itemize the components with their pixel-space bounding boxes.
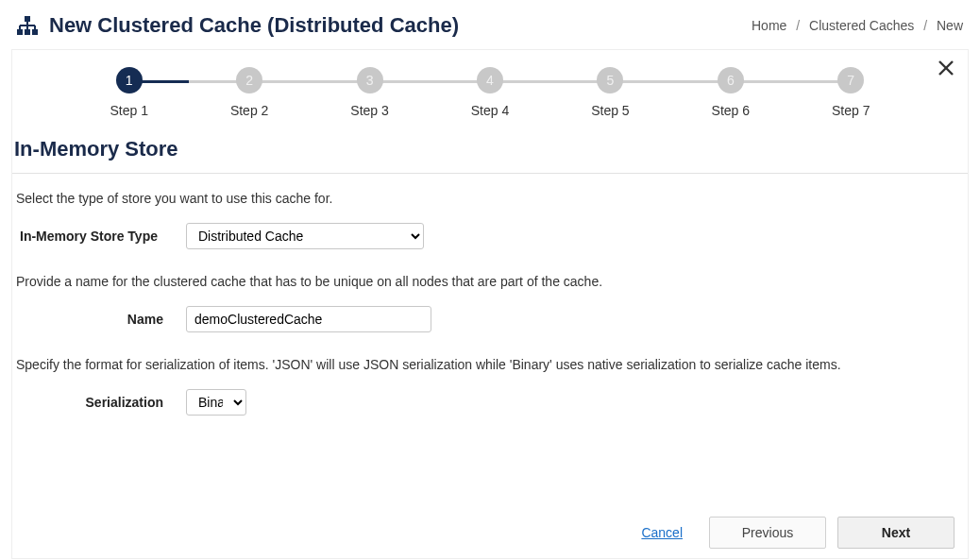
breadcrumb-separator: / — [923, 18, 927, 33]
name-label: Name — [16, 312, 186, 327]
breadcrumb-current: New — [937, 18, 963, 33]
step-7-label: Step 7 — [832, 103, 870, 118]
breadcrumb-caches[interactable]: Clustered Caches — [809, 18, 914, 33]
help-serialization: Specify the format for serialization of … — [12, 357, 968, 389]
store-type-select[interactable]: Distributed Cache — [186, 223, 424, 249]
step-5-circle[interactable]: 5 — [597, 67, 623, 93]
serialization-select[interactable]: Binary — [186, 389, 246, 416]
step-connector — [370, 80, 490, 83]
wizard-body: 1 Step 1 2 Step 2 3 Step 3 4 Step 4 — [11, 49, 969, 559]
step-2-circle[interactable]: 2 — [236, 67, 262, 93]
step-1-label: Step 1 — [110, 103, 147, 118]
store-type-label: In-Memory Store Type — [16, 229, 186, 244]
breadcrumb-home[interactable]: Home — [752, 18, 786, 33]
stepper: 1 Step 1 2 Step 2 3 Step 3 4 Step 4 — [12, 58, 968, 118]
step-3-circle[interactable]: 3 — [357, 67, 383, 93]
step-6-circle[interactable]: 6 — [718, 67, 744, 93]
step-2-label: Step 2 — [230, 103, 268, 118]
step-4-circle[interactable]: 4 — [477, 67, 503, 93]
serialization-label: Serialization — [16, 395, 186, 410]
divider — [12, 173, 968, 174]
next-button[interactable]: Next — [837, 517, 955, 549]
help-store-type: Select the type of store you want to use… — [12, 191, 968, 223]
page-header: New Clustered Cache (Distributed Cache) … — [11, 9, 969, 49]
svg-rect-0 — [25, 16, 30, 22]
breadcrumb-separator: / — [796, 18, 800, 33]
step-7-circle[interactable]: 7 — [837, 67, 864, 93]
wizard-footer: Cancel Previous Next — [641, 517, 955, 549]
svg-rect-1 — [17, 29, 23, 35]
step-connector — [610, 80, 730, 83]
step-5-label: Step 5 — [591, 103, 629, 118]
name-input[interactable] — [186, 306, 431, 332]
page-title: New Clustered Cache (Distributed Cache) — [49, 13, 459, 38]
step-4-label: Step 4 — [471, 103, 509, 118]
section-title: In-Memory Store — [12, 129, 968, 173]
step-1-circle[interactable]: 1 — [116, 67, 143, 93]
step-connector — [249, 80, 369, 83]
svg-rect-2 — [25, 29, 30, 35]
step-6-label: Step 6 — [712, 103, 750, 118]
previous-button[interactable]: Previous — [709, 517, 826, 549]
breadcrumb: Home / Clustered Caches / New — [752, 18, 963, 33]
help-name: Provide a name for the clustered cache t… — [12, 274, 968, 306]
svg-rect-3 — [32, 29, 38, 35]
sitemap-icon — [17, 16, 38, 35]
step-3-label: Step 3 — [350, 103, 388, 118]
cancel-button[interactable]: Cancel — [641, 525, 683, 540]
step-connector — [490, 80, 610, 83]
step-connector — [731, 80, 851, 83]
